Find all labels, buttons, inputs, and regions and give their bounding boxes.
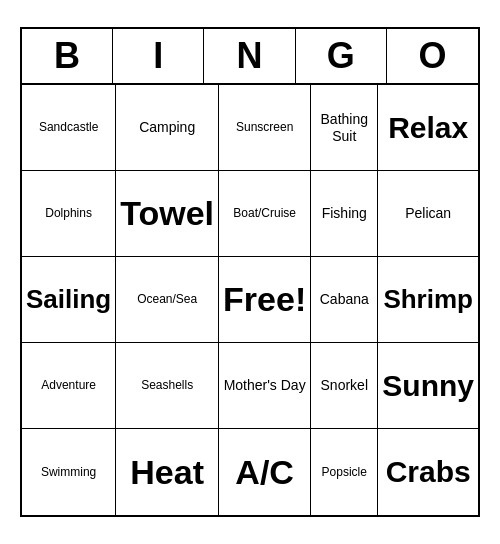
cell-r1-c1: Towel <box>116 171 219 257</box>
cell-text: Popsicle <box>322 465 367 479</box>
cell-text: Sailing <box>26 284 111 315</box>
cell-text: Towel <box>120 193 214 234</box>
cell-r1-c0: Dolphins <box>22 171 116 257</box>
cell-r1-c2: Boat/Cruise <box>219 171 311 257</box>
cell-text: Heat <box>130 452 204 493</box>
cell-r4-c0: Swimming <box>22 429 116 515</box>
bingo-card: BINGO SandcastleCampingSunscreenBathing … <box>20 27 480 517</box>
cell-r4-c2: A/C <box>219 429 311 515</box>
cell-r3-c4: Sunny <box>378 343 478 429</box>
header-letter: O <box>387 29 478 83</box>
cell-r3-c2: Mother's Day <box>219 343 311 429</box>
cell-r3-c3: Snorkel <box>311 343 378 429</box>
cell-r2-c2: Free! <box>219 257 311 343</box>
cell-text: Mother's Day <box>224 377 306 394</box>
cell-r3-c0: Adventure <box>22 343 116 429</box>
cell-text: Snorkel <box>321 377 368 394</box>
cell-r4-c1: Heat <box>116 429 219 515</box>
cell-r0-c4: Relax <box>378 85 478 171</box>
cell-r0-c0: Sandcastle <box>22 85 116 171</box>
cell-text: Bathing Suit <box>315 111 373 145</box>
cell-r1-c4: Pelican <box>378 171 478 257</box>
cell-text: Fishing <box>322 205 367 222</box>
cell-r3-c1: Seashells <box>116 343 219 429</box>
cell-text: Boat/Cruise <box>233 206 296 220</box>
header-letter: I <box>113 29 204 83</box>
cell-text: Relax <box>388 110 468 146</box>
cell-text: Dolphins <box>45 206 92 220</box>
cell-r0-c2: Sunscreen <box>219 85 311 171</box>
cell-text: Camping <box>139 119 195 136</box>
header-letter: N <box>204 29 295 83</box>
cell-text: Adventure <box>41 378 96 392</box>
cell-text: Sandcastle <box>39 120 98 134</box>
cell-text: Swimming <box>41 465 96 479</box>
bingo-grid: SandcastleCampingSunscreenBathing SuitRe… <box>22 85 478 515</box>
cell-text: A/C <box>235 452 294 493</box>
cell-r4-c4: Crabs <box>378 429 478 515</box>
cell-r0-c3: Bathing Suit <box>311 85 378 171</box>
cell-r1-c3: Fishing <box>311 171 378 257</box>
cell-r2-c3: Cabana <box>311 257 378 343</box>
cell-text: Ocean/Sea <box>137 292 197 306</box>
bingo-header: BINGO <box>22 29 478 85</box>
cell-text: Sunny <box>382 368 474 404</box>
cell-r0-c1: Camping <box>116 85 219 171</box>
cell-text: Free! <box>223 279 306 320</box>
cell-r2-c4: Shrimp <box>378 257 478 343</box>
cell-r4-c3: Popsicle <box>311 429 378 515</box>
cell-r2-c1: Ocean/Sea <box>116 257 219 343</box>
cell-text: Crabs <box>386 454 471 490</box>
cell-text: Sunscreen <box>236 120 293 134</box>
cell-text: Cabana <box>320 291 369 308</box>
header-letter: B <box>22 29 113 83</box>
header-letter: G <box>296 29 387 83</box>
cell-text: Shrimp <box>383 284 473 315</box>
cell-r2-c0: Sailing <box>22 257 116 343</box>
cell-text: Seashells <box>141 378 193 392</box>
cell-text: Pelican <box>405 205 451 222</box>
